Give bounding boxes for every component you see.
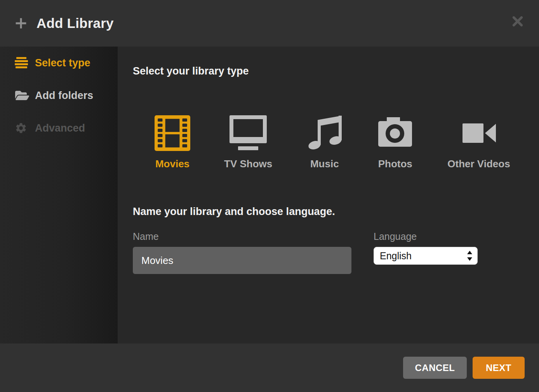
music-note-icon xyxy=(306,114,343,151)
sidebar-item-label: Advanced xyxy=(35,122,85,134)
library-type-label: Movies xyxy=(155,158,190,170)
library-name-input[interactable] xyxy=(133,247,351,274)
form-fields: Name Language English xyxy=(133,231,523,274)
language-label: Language xyxy=(374,231,478,242)
close-icon[interactable] xyxy=(512,16,523,27)
language-select[interactable]: English xyxy=(374,247,478,265)
dialog-body: Select type Add folders Advanced xyxy=(0,47,539,343)
dialog-title: Add Library xyxy=(37,16,114,31)
plus-icon xyxy=(15,17,27,29)
language-field-group: Language English xyxy=(374,231,478,274)
library-type-music[interactable]: Music xyxy=(306,114,343,170)
library-type-photos[interactable]: Photos xyxy=(377,114,414,170)
sidebar: Select type Add folders Advanced xyxy=(0,47,118,343)
film-strip-icon xyxy=(155,114,190,151)
library-type-tv-shows[interactable]: TV Shows xyxy=(224,114,272,170)
library-type-label: TV Shows xyxy=(224,158,272,170)
video-camera-icon xyxy=(460,114,497,151)
main-panel: Select your library type xyxy=(118,47,539,343)
library-type-label: Photos xyxy=(378,158,412,170)
add-library-dialog: Add Library xyxy=(0,0,539,392)
name-field-group: Name xyxy=(133,231,351,274)
library-type-movies[interactable]: Movies xyxy=(155,114,190,170)
library-type-heading: Select your library type xyxy=(133,65,523,77)
folder-open-icon xyxy=(15,89,30,102)
dialog-footer: CANCEL NEXT xyxy=(0,343,539,392)
list-lines-icon xyxy=(15,57,30,69)
name-section-heading: Name your library and choose language. xyxy=(133,206,523,218)
select-arrows-icon xyxy=(467,250,473,261)
sidebar-item-label: Select type xyxy=(35,57,90,69)
library-type-label: Music xyxy=(310,158,339,170)
gear-icon xyxy=(15,122,30,134)
sidebar-item-advanced[interactable]: Advanced xyxy=(0,112,118,144)
next-button[interactable]: NEXT xyxy=(473,357,525,379)
cancel-button[interactable]: CANCEL xyxy=(403,357,467,379)
dialog-header: Add Library xyxy=(0,0,539,47)
camera-icon xyxy=(377,114,414,151)
library-type-list: Movies TV Shows xyxy=(155,114,523,170)
language-selected-value: English xyxy=(380,250,412,262)
library-type-label: Other Videos xyxy=(447,158,510,170)
sidebar-item-label: Add folders xyxy=(35,90,93,102)
name-label: Name xyxy=(133,231,351,242)
sidebar-item-add-folders[interactable]: Add folders xyxy=(0,79,118,112)
sidebar-item-select-type[interactable]: Select type xyxy=(0,47,118,79)
tv-icon xyxy=(229,114,268,151)
library-type-other-videos[interactable]: Other Videos xyxy=(447,114,510,170)
